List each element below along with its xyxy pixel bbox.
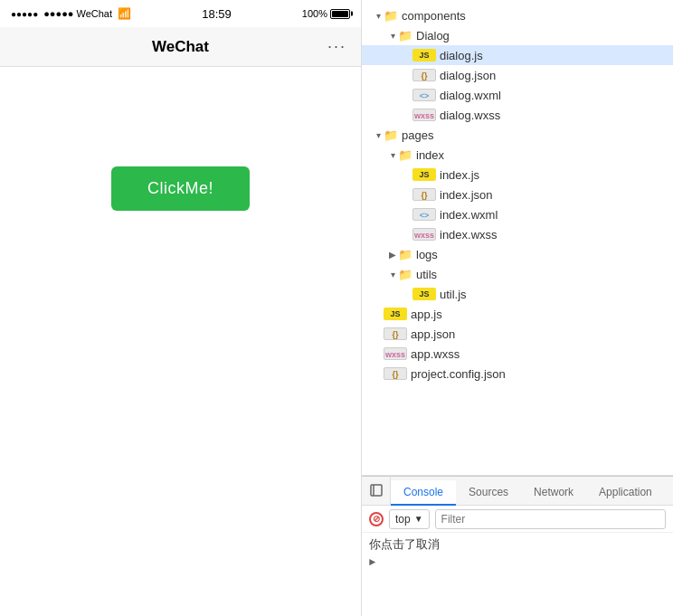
console-line-2: ► — [369, 554, 666, 571]
file-name: index.wxml — [440, 208, 498, 222]
file-badge: <> — [412, 89, 436, 101]
file-badge: JS — [384, 308, 407, 320]
ide-panel: ▾📁components▾📁DialogJSdialog.js{}dialog.… — [362, 0, 673, 616]
file-badge: wxss — [384, 347, 407, 360]
phone-header: WeChat ··· — [0, 27, 361, 67]
carrier-signal: ●●●●● — [11, 9, 38, 19]
file-badge: wxss — [412, 109, 436, 121]
status-left: ●●●●● ●●●●● WeChat 📶 — [11, 7, 131, 20]
file-badge: <> — [412, 208, 436, 221]
file-item[interactable]: {}dialog.json — [362, 65, 673, 85]
file-name: app.js — [411, 308, 442, 321]
devtools-tabs: Console Sources Network Application — [362, 477, 673, 506]
file-name: dialog.json — [440, 69, 496, 82]
file-item[interactable]: JSdialog.js — [362, 45, 673, 65]
folder-item[interactable]: ▾📁utils — [362, 264, 673, 284]
console-content: 你点击了取消 ► — [362, 533, 673, 616]
console-text-1: 你点击了取消 — [369, 536, 440, 554]
folder-item[interactable]: ▾📁components — [362, 5, 673, 25]
status-bar: ●●●●● ●●●●● WeChat 📶 18:59 100% — [0, 0, 361, 27]
folder-name: Dialog — [416, 29, 450, 43]
folder-name: components — [402, 9, 466, 23]
file-name: app.wxss — [411, 347, 460, 361]
phone-panel: ●●●●● ●●●●● WeChat 📶 18:59 100% WeChat ·… — [0, 0, 362, 616]
folder-name: pages — [402, 128, 433, 142]
folder-item[interactable]: ▾📁pages — [362, 125, 673, 145]
file-badge: {} — [384, 367, 407, 380]
status-time: 18:59 — [202, 7, 232, 21]
context-select[interactable]: top ▼ — [389, 509, 430, 529]
phone-menu-dots[interactable]: ··· — [327, 37, 346, 56]
folder-icon: 📁 — [398, 268, 412, 281]
file-item[interactable]: {}project.config.json — [362, 364, 673, 384]
tab-application[interactable]: Application — [586, 480, 665, 506]
filter-input[interactable] — [435, 509, 666, 529]
tree-arrow-icon: ▶ — [387, 250, 398, 260]
file-item[interactable]: {}app.json — [362, 324, 673, 344]
folder-name: utils — [416, 268, 437, 281]
file-badge: JS — [412, 49, 436, 62]
battery-fill — [332, 11, 348, 17]
tab-network[interactable]: Network — [521, 480, 586, 506]
file-item[interactable]: wxssindex.wxss — [362, 224, 673, 244]
status-right: 100% — [302, 8, 350, 19]
file-name: util.js — [440, 288, 467, 301]
folder-icon: 📁 — [384, 9, 398, 23]
carrier-name: ●●●●● WeChat — [43, 8, 112, 19]
file-name: app.json — [411, 327, 455, 341]
battery-percent: 100% — [302, 8, 327, 19]
file-badge: {} — [412, 69, 436, 81]
devtools-panel: Console Sources Network Application ⊘ to… — [362, 476, 673, 616]
devtools-toolbar: ⊘ top ▼ — [362, 506, 673, 533]
svg-rect-0 — [371, 485, 382, 496]
tree-arrow-icon: ▾ — [373, 130, 384, 140]
file-name: dialog.js — [440, 49, 483, 62]
devtools-tab-bar-icon — [362, 476, 391, 505]
folder-icon: 📁 — [398, 248, 412, 261]
file-badge: {} — [384, 327, 407, 340]
file-item[interactable]: {}index.json — [362, 185, 673, 204]
folder-icon: 📁 — [398, 29, 412, 43]
tree-arrow-icon: ▾ — [387, 270, 398, 280]
context-select-value: top — [395, 513, 411, 526]
tab-console[interactable]: Console — [391, 480, 456, 506]
phone-content: ClickMe! — [0, 67, 361, 616]
file-item[interactable]: <>index.wxml — [362, 204, 673, 224]
tree-arrow-icon: ▾ — [387, 150, 398, 160]
wifi-icon: 📶 — [118, 7, 131, 20]
file-badge: JS — [412, 288, 436, 300]
tree-arrow-icon: ▾ — [387, 31, 398, 41]
file-item[interactable]: JSutil.js — [362, 284, 673, 304]
file-name: project.config.json — [411, 367, 506, 381]
folder-item[interactable]: ▾📁Dialog — [362, 25, 673, 45]
file-item[interactable]: wxssdialog.wxss — [362, 105, 673, 125]
tree-arrow-icon: ▾ — [373, 11, 384, 21]
file-tree: ▾📁components▾📁DialogJSdialog.js{}dialog.… — [362, 0, 673, 476]
file-badge: JS — [412, 168, 436, 181]
file-name: index.js — [440, 168, 479, 182]
folder-icon: 📁 — [398, 148, 412, 162]
file-item[interactable]: JSindex.js — [362, 165, 673, 185]
console-arrow-icon: ► — [369, 554, 375, 571]
no-entry-icon[interactable]: ⊘ — [369, 512, 384, 526]
file-name: dialog.wxss — [440, 109, 500, 122]
battery-icon — [330, 9, 350, 19]
file-item[interactable]: <>dialog.wxml — [362, 85, 673, 105]
folder-item[interactable]: ▾📁index — [362, 145, 673, 165]
folder-item[interactable]: ▶📁logs — [362, 244, 673, 264]
folder-name: index — [416, 148, 444, 162]
file-item[interactable]: JSapp.js — [362, 304, 673, 324]
file-badge: {} — [412, 188, 436, 201]
click-me-button[interactable]: ClickMe! — [111, 166, 250, 211]
console-line-1: 你点击了取消 — [369, 536, 666, 554]
phone-header-title: WeChat — [152, 38, 209, 56]
folder-name: logs — [416, 248, 438, 261]
file-name: index.json — [440, 188, 493, 202]
file-name: index.wxss — [440, 228, 498, 242]
folder-icon: 📁 — [384, 128, 398, 142]
file-item[interactable]: wxssapp.wxss — [362, 344, 673, 364]
file-badge: wxss — [412, 228, 436, 241]
file-name: dialog.wxml — [440, 89, 501, 102]
tab-sources[interactable]: Sources — [456, 480, 521, 506]
chevron-down-icon: ▼ — [414, 514, 423, 524]
